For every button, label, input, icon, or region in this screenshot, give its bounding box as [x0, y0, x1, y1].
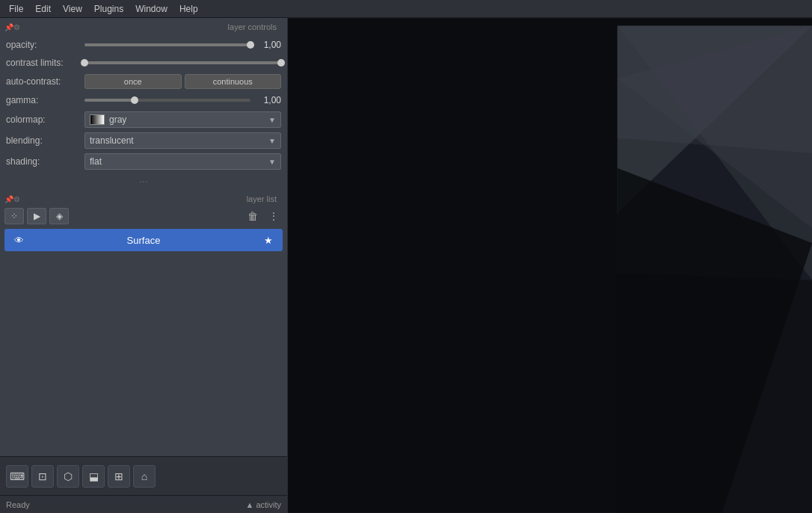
blending-value: translucent: [90, 135, 134, 146]
layer-tool-points[interactable]: ⁘: [4, 208, 24, 224]
points-icon: ⁘: [10, 211, 18, 221]
colormap-value: gray: [109, 114, 126, 125]
contrast-slider-thumb-left[interactable]: [81, 59, 88, 67]
layer-star-button[interactable]: ★: [260, 232, 277, 248]
colormap-label: colormap:: [6, 114, 84, 125]
auto-contrast-row: auto-contrast: once continuous: [0, 72, 287, 91]
layer-tool-labels[interactable]: ◈: [49, 208, 69, 224]
gamma-slider-thumb[interactable]: [131, 96, 138, 104]
eye-icon: 👁: [14, 235, 24, 246]
left-panel: 📌 ⚙ layer controls opacity: 1,00: [0, 18, 288, 513]
opacity-label: opacity:: [6, 40, 84, 50]
more-icon: ⋮: [268, 210, 279, 222]
layer-toolbar: ⁘ ▶ ◈ 🗑 ⋮: [0, 205, 287, 227]
menu-help[interactable]: Help: [173, 2, 204, 16]
blending-control: translucent ▼: [84, 132, 281, 149]
colormap-dropdown[interactable]: gray ▼: [84, 111, 281, 128]
terminal-icon: ⌨: [10, 470, 25, 482]
shading-dropdown-arrow: ▼: [268, 158, 276, 166]
layer-list-section: 📌 ⚙ layer list ⁘ ▶ ◈ 🗑 ⋮: [0, 193, 287, 456]
pin-icon-2[interactable]: 📌: [4, 195, 13, 203]
layer-tool-shapes[interactable]: ▶: [27, 208, 46, 224]
menu-file[interactable]: File: [3, 2, 29, 16]
layer-list-title: layer list: [20, 194, 283, 203]
colormap-dropdown-content: gray: [90, 114, 126, 125]
shading-dropdown[interactable]: flat ▼: [84, 153, 281, 170]
menubar: File Edit View Plugins Window Help: [0, 0, 812, 18]
opacity-value: 1,00: [255, 40, 281, 50]
shapes-btn-icon: ⬡: [64, 470, 73, 482]
settings-icon-2[interactable]: ⚙: [13, 195, 20, 203]
auto-contrast-once-button[interactable]: once: [84, 74, 182, 89]
svg-marker-7: [618, 26, 812, 153]
dots-expand[interactable]: ···: [0, 172, 287, 190]
contrast-limits-label: contrast limits:: [6, 58, 84, 68]
colormap-row: colormap: gray ▼: [0, 109, 287, 130]
main-layout: 📌 ⚙ layer controls opacity: 1,00: [0, 18, 812, 513]
settings-icon-1[interactable]: ⚙: [13, 23, 20, 31]
home-icon: ⌂: [141, 470, 147, 482]
gamma-slider-container: 1,00: [84, 95, 281, 105]
layer-controls-header: 📌 ⚙ layer controls: [0, 21, 287, 33]
contrast-limits-control: [84, 61, 281, 64]
contrast-slider-thumb-right[interactable]: [277, 59, 285, 67]
gamma-row: gamma: 1,00: [0, 91, 287, 109]
blending-label: blending:: [6, 135, 84, 146]
layer-more-button[interactable]: ⋮: [265, 208, 283, 224]
layer-visibility-button[interactable]: 👁: [10, 232, 27, 248]
home-button[interactable]: ⌂: [133, 465, 156, 488]
labels-icon: ◈: [56, 211, 63, 221]
import-icon: ⬓: [89, 470, 99, 482]
auto-contrast-control: once continuous: [84, 74, 281, 89]
canvas-area: [288, 18, 812, 513]
opacity-slider-track[interactable]: [84, 43, 250, 46]
canvas-svg: [288, 18, 812, 513]
opacity-slider-thumb[interactable]: [247, 41, 254, 49]
gamma-slider-fill: [84, 99, 135, 102]
shading-value: flat: [90, 156, 102, 167]
contrast-slider-container: [84, 61, 281, 64]
opacity-control: 1,00: [84, 40, 281, 50]
activity-text: ▲ activity: [245, 500, 281, 509]
blending-dropdown[interactable]: translucent ▼: [84, 132, 281, 149]
auto-contrast-buttons: once continuous: [84, 74, 281, 89]
opacity-slider-container: 1,00: [84, 40, 281, 50]
shading-control: flat ▼: [84, 153, 281, 170]
layers-button[interactable]: ⊡: [31, 465, 54, 488]
trash-icon: 🗑: [247, 210, 258, 222]
gamma-control: 1,00: [84, 95, 281, 105]
layer-item-surface[interactable]: 👁 Surface ★: [4, 229, 283, 251]
opacity-slider-fill: [84, 43, 250, 46]
layer-controls-panel: 📌 ⚙ layer controls opacity: 1,00: [0, 18, 287, 193]
grid-icon: ⊞: [114, 470, 123, 482]
gamma-slider-track[interactable]: [84, 99, 250, 102]
blending-dropdown-arrow: ▼: [268, 137, 276, 145]
status-right: ▲ activity: [245, 500, 281, 509]
menu-plugins[interactable]: Plugins: [88, 2, 129, 16]
shapes-button[interactable]: ⬡: [57, 465, 79, 488]
status-bar: Ready ▲ activity: [0, 495, 287, 513]
contrast-slider-track[interactable]: [84, 61, 281, 64]
gamma-value: 1,00: [255, 95, 281, 105]
bottom-toolbar: ⌨ ⊡ ⬡ ⬓ ⊞ ⌂: [0, 456, 287, 495]
shading-row: shading: flat ▼: [0, 151, 287, 172]
status-ready: Ready: [6, 500, 30, 509]
menu-edit[interactable]: Edit: [29, 2, 57, 16]
layer-name: Surface: [27, 235, 260, 246]
colormap-dropdown-arrow: ▼: [268, 116, 276, 124]
layer-list-header: 📌 ⚙ layer list: [0, 193, 287, 205]
layer-delete-button[interactable]: 🗑: [244, 208, 262, 224]
menu-window[interactable]: Window: [129, 2, 173, 16]
blending-row: blending: translucent ▼: [0, 130, 287, 151]
import-button[interactable]: ⬓: [82, 465, 105, 488]
terminal-button[interactable]: ⌨: [6, 465, 28, 488]
auto-contrast-label: auto-contrast:: [6, 76, 84, 87]
star-icon: ★: [264, 235, 273, 246]
colormap-control: gray ▼: [84, 111, 281, 128]
menu-view[interactable]: View: [57, 2, 88, 16]
shapes-icon: ▶: [34, 211, 40, 221]
opacity-row: opacity: 1,00: [0, 36, 287, 54]
grid-button[interactable]: ⊞: [108, 465, 130, 488]
auto-contrast-continuous-button[interactable]: continuous: [185, 74, 282, 89]
pin-icon-1[interactable]: 📌: [4, 23, 13, 31]
